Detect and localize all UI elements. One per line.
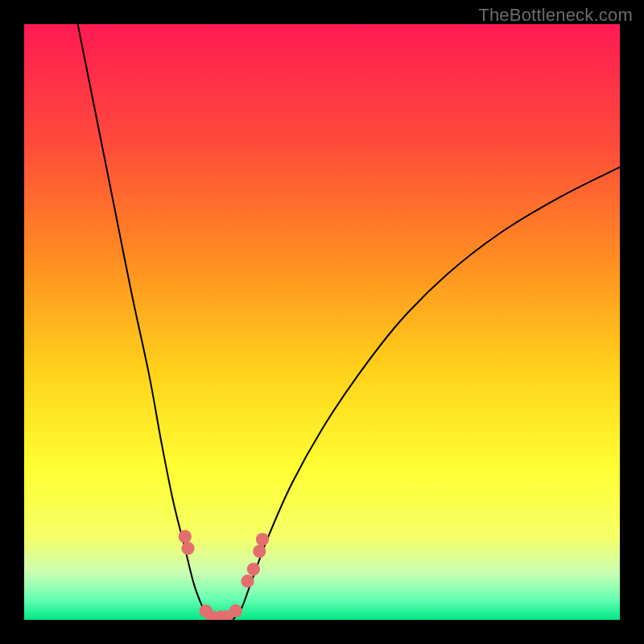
marker-dot — [247, 563, 260, 576]
bottleneck-chart — [24, 24, 620, 620]
chart-stage: TheBottleneck.com — [0, 0, 644, 644]
marker-dot — [179, 530, 192, 543]
marker-dot — [253, 545, 266, 558]
watermark-text: TheBottleneck.com — [478, 5, 633, 26]
plot-background — [24, 24, 620, 620]
marker-dot — [256, 533, 269, 546]
marker-dot — [241, 575, 254, 588]
marker-dot — [229, 605, 242, 617]
marker-dot — [181, 542, 194, 555]
